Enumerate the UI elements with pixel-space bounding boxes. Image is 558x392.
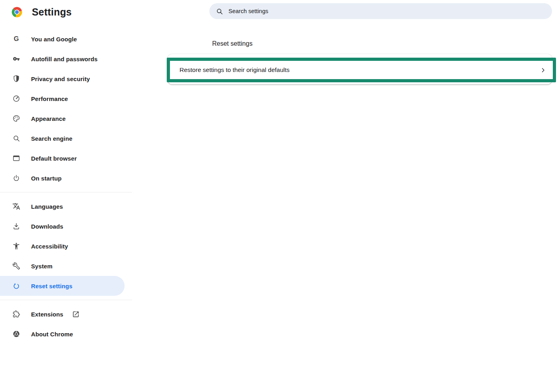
- sidebar-item-autofill-and-passwords[interactable]: Autofill and passwords: [0, 49, 132, 69]
- sidebar-item-privacy-and-security[interactable]: Privacy and security: [0, 69, 132, 89]
- sidebar-item-about-chrome[interactable]: About Chrome: [0, 324, 132, 344]
- sidebar-item-label: Performance: [31, 95, 68, 102]
- sidebar-item-languages[interactable]: Languages: [0, 196, 132, 216]
- sidebar-item-extensions[interactable]: Extensions: [0, 304, 132, 324]
- sidebar-item-accessibility[interactable]: Accessibility: [0, 236, 132, 256]
- sidebar-item-default-browser[interactable]: Default browser: [0, 148, 132, 168]
- shield-icon: [12, 75, 20, 83]
- sidebar-item-label: Autofill and passwords: [31, 56, 98, 62]
- section-heading: Reset settings: [212, 40, 252, 47]
- chevron-right-icon: [540, 67, 546, 74]
- sidebar-item-label: On startup: [31, 175, 62, 182]
- puzzle-icon: [12, 310, 20, 318]
- power-icon: [12, 174, 20, 182]
- translate-icon: [12, 202, 20, 210]
- brand: Settings: [11, 3, 72, 21]
- reset-icon: [12, 282, 20, 290]
- sidebar-item-label: Extensions: [31, 311, 63, 318]
- search-settings-bar[interactable]: [209, 3, 552, 19]
- sidebar-item-label: Languages: [31, 203, 63, 210]
- palette-icon: [12, 114, 20, 122]
- speedometer-icon: [12, 95, 20, 103]
- sidebar-item-label: Accessibility: [31, 243, 68, 250]
- download-icon: [12, 222, 20, 230]
- sidebar-item-label: Privacy and security: [31, 76, 90, 82]
- open-in-new-icon: [72, 310, 80, 318]
- sidebar-item-performance[interactable]: Performance: [0, 89, 132, 109]
- sidebar-item-reset-settings[interactable]: Reset settings: [0, 276, 125, 296]
- sidebar-item-label: Default browser: [31, 155, 77, 162]
- page-title: Settings: [32, 6, 72, 18]
- browser-window-icon: [12, 154, 20, 162]
- sidebar-item-system[interactable]: System: [0, 256, 132, 276]
- restore-defaults-row[interactable]: Restore settings to their original defau…: [170, 61, 553, 79]
- google-g-icon: [12, 35, 20, 43]
- chrome-gray-icon: [12, 330, 20, 338]
- chrome-settings-page: Settings You and Google Autofill and pas…: [0, 0, 558, 392]
- sidebar-item-label: Reset settings: [31, 283, 72, 289]
- search-icon: [12, 134, 20, 142]
- wrench-icon: [12, 262, 20, 270]
- sidebar-item-label: Appearance: [31, 115, 66, 122]
- sidebar-item-appearance[interactable]: Appearance: [0, 109, 132, 128]
- search-icon: [216, 8, 223, 15]
- sidebar-item-on-startup[interactable]: On startup: [0, 168, 132, 188]
- search-input[interactable]: [228, 8, 546, 15]
- accessibility-icon: [12, 242, 20, 250]
- sidebar-item-search-engine[interactable]: Search engine: [0, 128, 132, 148]
- sidebar-divider: [0, 300, 132, 300]
- key-icon: [12, 55, 20, 63]
- sidebar-item-label: Downloads: [31, 223, 63, 230]
- sidebar-item-label: Search engine: [31, 135, 72, 142]
- sidebar-item-label: About Chrome: [31, 331, 73, 338]
- restore-defaults-label: Restore settings to their original defau…: [179, 66, 290, 74]
- sidebar-divider: [0, 192, 132, 192]
- highlight-frame: Restore settings to their original defau…: [167, 58, 556, 82]
- sidebar: You and Google Autofill and passwords Pr…: [0, 29, 132, 344]
- sidebar-item-label: You and Google: [31, 36, 77, 43]
- sidebar-item-you-and-google[interactable]: You and Google: [0, 29, 132, 49]
- chrome-logo-icon: [11, 6, 23, 18]
- sidebar-item-label: System: [31, 263, 53, 270]
- sidebar-item-downloads[interactable]: Downloads: [0, 216, 132, 236]
